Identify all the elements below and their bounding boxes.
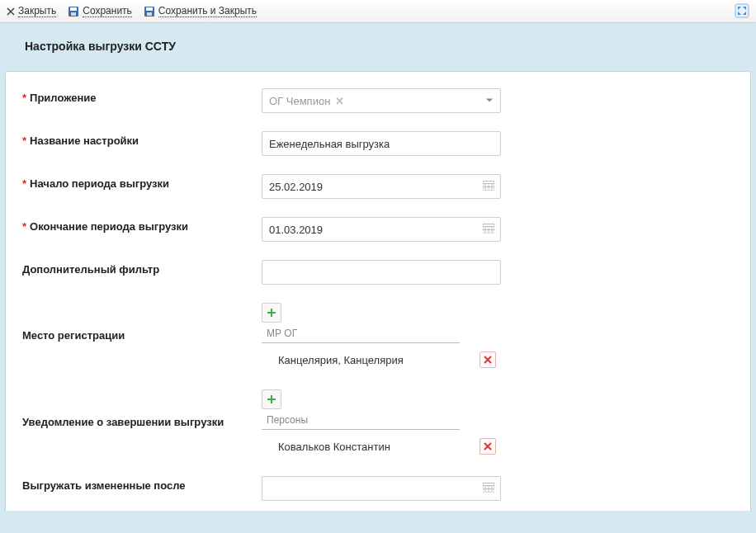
save-icon [68, 6, 79, 17]
changed-after-label: Выгружать измененные после [14, 476, 262, 492]
delete-icon [484, 356, 492, 364]
notify-subheader: Персоны [262, 414, 460, 430]
svg-rect-6 [735, 4, 749, 17]
add-reg-place-button[interactable] [262, 303, 281, 323]
plus-icon [267, 308, 276, 318]
delete-icon [484, 442, 492, 450]
reg-place-subheader: МР ОГ [262, 328, 460, 343]
save-and-close-label: Сохранить и Закрыть [158, 5, 257, 17]
expand-button[interactable] [735, 3, 749, 18]
plus-icon [267, 394, 276, 404]
form-panel: * Приложение ОГ Чемпион ✕ * Название нас… [5, 71, 751, 511]
end-date-input[interactable] [262, 217, 501, 242]
reg-place-item-value: Канцелярия, Канцелярия [278, 354, 404, 366]
notify-label: Уведомление о завершении выгрузки [14, 389, 262, 428]
remove-item-button[interactable] [480, 351, 496, 368]
start-date-input[interactable] [262, 174, 501, 199]
page-header: Настройка выгрузки ССТУ [0, 23, 756, 71]
save-button[interactable]: Сохранить [68, 5, 132, 17]
name-input[interactable] [262, 131, 501, 156]
clear-icon[interactable]: ✕ [335, 95, 344, 107]
expand-icon [735, 3, 749, 18]
svg-rect-1 [70, 7, 77, 11]
close-button[interactable]: Закрыть [7, 5, 56, 17]
filter-input[interactable] [262, 260, 501, 285]
toolbar: Закрыть Сохранить Сохранить и Закрыть [0, 0, 756, 23]
svg-rect-2 [71, 12, 76, 16]
app-select[interactable]: ОГ Чемпион ✕ [262, 88, 501, 113]
page-title: Настройка выгрузки ССТУ [25, 40, 731, 53]
svg-rect-5 [147, 12, 152, 16]
required-mark: * [22, 220, 26, 233]
start-date-label: * Начало периода выгрузки [14, 174, 262, 190]
svg-rect-4 [146, 7, 153, 11]
required-mark: * [22, 177, 26, 190]
chevron-down-icon [485, 95, 494, 107]
notify-item-value: Ковальков Константин [278, 441, 390, 453]
required-mark: * [22, 134, 26, 147]
name-label: * Название настройки [14, 131, 262, 147]
close-icon [7, 7, 15, 16]
list-item: Ковальков Константин [262, 430, 501, 458]
required-mark: * [22, 92, 26, 104]
filter-label: Дополнительный фильтр [14, 260, 262, 276]
end-date-label: * Окончание периода выгрузки [14, 217, 262, 233]
list-item: Канцелярия, Канцелярия [262, 343, 501, 371]
app-label: * Приложение [14, 88, 262, 104]
remove-item-button[interactable] [480, 438, 496, 455]
add-notify-person-button[interactable] [262, 389, 281, 409]
changed-after-input[interactable] [262, 476, 501, 501]
save-label: Сохранить [83, 5, 132, 17]
reg-place-label: Место регистрации [14, 303, 262, 342]
save-icon [144, 6, 155, 17]
app-select-value: ОГ Чемпион [269, 95, 330, 107]
close-label: Закрыть [18, 5, 56, 17]
save-and-close-button[interactable]: Сохранить и Закрыть [144, 5, 257, 17]
